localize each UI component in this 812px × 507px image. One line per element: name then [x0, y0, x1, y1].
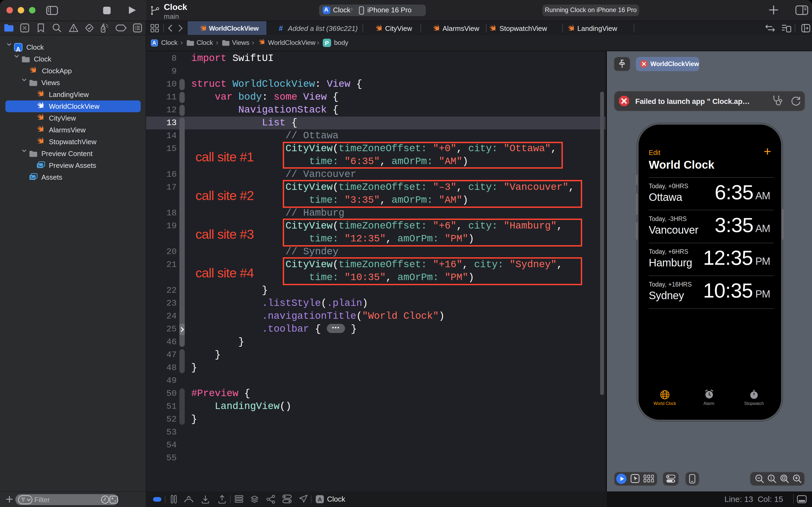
svg-text:1: 1 — [770, 476, 772, 481]
